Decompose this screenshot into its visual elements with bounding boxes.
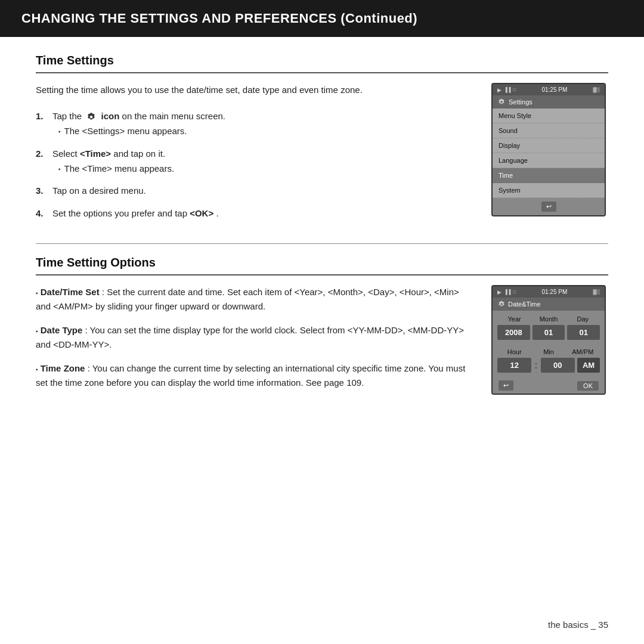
options-column: ▪ Date/Time Set : Set the current date a…: [36, 285, 471, 400]
time-settings-section: Time Settings Setting the time allows yo…: [36, 54, 608, 229]
datetime-screen: ▶ ▐▐ □ 01:25 PM ▓▒ Date&Time: [491, 285, 606, 395]
footer-text: the basics _ 35: [548, 620, 608, 630]
device-settings-mockup: ▶ ▐▐ □ 01:25 PM ▓▒ Settings Menu Style: [489, 83, 608, 229]
step-2-suffix: and tap on it.: [113, 148, 165, 159]
dt-bottom-bar: ↩ OK: [493, 377, 605, 394]
bullet-icon: ▪: [58, 127, 61, 138]
hour-value[interactable]: 12: [497, 358, 531, 373]
step-4: 4. Set the options you prefer and tap <O…: [36, 206, 471, 221]
topbar-time: 01:25 PM: [541, 86, 567, 93]
colon-separator: :: [534, 360, 538, 371]
step-2-num: 2.: [36, 147, 49, 176]
menu-item-menustyle[interactable]: Menu Style: [493, 109, 605, 123]
play-icon: ▶: [497, 87, 501, 93]
step-3: 3. Tap on a desired menu.: [36, 184, 471, 198]
page-footer: the basics _ 35: [548, 620, 608, 630]
pause-icon: ▐▐: [504, 87, 510, 92]
min-label: Min: [531, 348, 565, 355]
step-1-sub: ▪ The <Settings> menu appears.: [58, 125, 471, 138]
time-options-section: Time Setting Options ▪ Date/Time Set : S…: [36, 256, 608, 400]
step-1-suffix: on the main menu screen.: [122, 111, 225, 121]
option-bullet-3: ▪: [36, 366, 38, 373]
dt-topbar-time: 01:25 PM: [541, 289, 567, 295]
min-value[interactable]: 00: [541, 358, 575, 373]
step-2: 2. Select <Time> and tap on it. ▪ The <T…: [36, 147, 471, 176]
option-date-type: ▪ Date Type : You can set the time displ…: [36, 323, 471, 352]
option-1-label: Date/Time Set: [41, 287, 100, 297]
bullet-icon-2: ▪: [58, 165, 61, 176]
device-topbar: ▶ ▐▐ □ 01:25 PM ▓▒: [493, 84, 605, 95]
step-4-num: 4.: [36, 206, 49, 221]
header-title: CHANGING THE SETTINGS AND PREFERENCES (C…: [21, 11, 417, 26]
step-2-bold: <Time>: [80, 148, 111, 159]
step-1-bold: icon: [101, 111, 120, 121]
settings-screen: ▶ ▐▐ □ 01:25 PM ▓▒ Settings Menu Style: [491, 83, 606, 216]
dt-time-labels: Hour Min AM/PM: [493, 346, 605, 357]
back-button[interactable]: ↩: [541, 202, 556, 212]
menu-item-system[interactable]: System: [493, 183, 605, 198]
dt-date-labels: Year Month Day: [493, 311, 605, 324]
ampm-value[interactable]: AM: [577, 358, 600, 373]
dt-back-button[interactable]: ↩: [499, 380, 513, 391]
menu-item-sound[interactable]: Sound: [493, 123, 605, 138]
year-value[interactable]: 2008: [497, 325, 530, 340]
gear-icon: [86, 112, 97, 122]
dt-signal-icon: □: [513, 289, 516, 295]
hour-label: Hour: [497, 348, 531, 355]
option-bullet-1: ▪: [36, 290, 38, 296]
settings-title-row: Settings: [493, 95, 605, 109]
dt-ok-button[interactable]: OK: [577, 381, 599, 391]
step-1-num: 1.: [36, 109, 49, 138]
step-3-num: 3.: [36, 184, 49, 198]
dt-date-values: 2008 01 01: [493, 324, 605, 346]
month-value[interactable]: 01: [532, 325, 565, 340]
step-4-suffix: .: [216, 208, 218, 218]
step-2-prefix: Select: [52, 148, 78, 159]
step-2-content: Select <Time> and tap on it. ▪ The <Time…: [52, 147, 471, 176]
dt-battery-icon: ▓▒: [593, 289, 600, 295]
day-value[interactable]: 01: [567, 325, 600, 340]
option-datetime-set: ▪ Date/Time Set : Set the current date a…: [36, 285, 471, 314]
menu-item-time[interactable]: Time: [493, 168, 605, 183]
device-gear-icon: [497, 98, 506, 106]
steps-column: Setting the time allows you to use the d…: [36, 83, 471, 229]
time-options-title: Time Setting Options: [36, 256, 608, 275]
month-label: Month: [531, 315, 565, 323]
menu-item-display[interactable]: Display: [493, 138, 605, 153]
dt-play-icon: ▶: [497, 289, 501, 295]
step-4-prefix: Set the options you prefer and tap: [52, 208, 187, 218]
step-4-content: Set the options you prefer and tap <OK> …: [52, 206, 471, 221]
dt-time-values: 12 : 00 AM: [493, 357, 605, 377]
intro-text: Setting the time allows you to use the d…: [36, 83, 471, 97]
device-bottom-bar: ↩: [493, 198, 605, 215]
dt-title-label: Date&Time: [508, 301, 541, 308]
section-divider: [36, 243, 608, 244]
day-label: Day: [566, 315, 600, 323]
year-label: Year: [497, 315, 531, 323]
step-2-sub: ▪ The <Time> menu appears.: [58, 162, 471, 176]
device-settings-label: Settings: [509, 98, 532, 106]
step-1-prefix: Tap the: [52, 111, 82, 121]
signal-icon: □: [513, 87, 516, 92]
device-datetime-mockup: ▶ ▐▐ □ 01:25 PM ▓▒ Date&Time: [489, 285, 608, 400]
time-settings-title: Time Settings: [36, 54, 608, 73]
dt-pause-icon: ▐▐: [504, 289, 510, 295]
option-bullet-2: ▪: [36, 328, 38, 335]
option-2-label: Date Type: [41, 325, 83, 335]
dt-gear-icon: [497, 300, 506, 308]
step-1-content: Tap the icon on the main menu screen. ▪ …: [52, 109, 471, 138]
dt-topbar: ▶ ▐▐ □ 01:25 PM ▓▒: [493, 286, 605, 298]
page-header: CHANGING THE SETTINGS AND PREFERENCES (C…: [0, 0, 644, 37]
dt-title-row: Date&Time: [493, 298, 605, 311]
menu-item-language[interactable]: Language: [493, 153, 605, 168]
step-3-content: Tap on a desired menu.: [52, 184, 471, 198]
battery-icon: ▓▒: [593, 87, 600, 92]
ampm-label: AM/PM: [566, 348, 600, 355]
option-3-label: Time Zone: [41, 363, 85, 373]
step-4-bold: <OK>: [190, 208, 213, 218]
option-time-zone: ▪ Time Zone : You can change the current…: [36, 361, 471, 390]
step-1: 1. Tap the icon on the main menu screen.…: [36, 109, 471, 138]
